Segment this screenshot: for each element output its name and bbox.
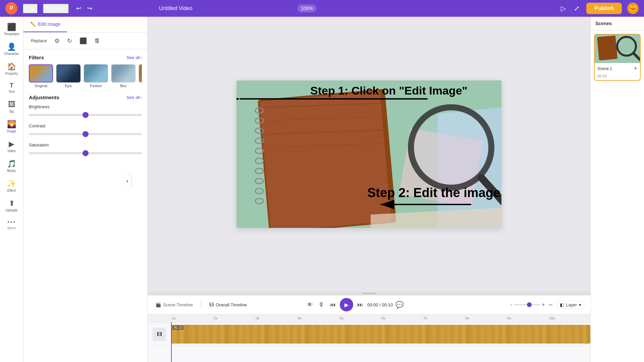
sidebar-item-text[interactable]: T Text: [0, 79, 23, 96]
sidebar-item-effect[interactable]: ✨ Effect: [0, 177, 23, 195]
zoom-badge[interactable]: 109%: [298, 4, 316, 12]
text-icon: T: [10, 82, 13, 89]
zoom-out-button[interactable]: -: [511, 302, 512, 308]
scene-timeline-label: Scene Timeline: [163, 302, 193, 307]
track-label-icon: 🎞: [153, 327, 166, 341]
timeline-controls: 👁 🎙 ⏮ ▶ ⏭ 00:00 / 00:10 💬: [306, 298, 404, 311]
play-button[interactable]: ▶: [340, 298, 353, 311]
resize-handle[interactable]: [148, 292, 590, 295]
playhead[interactable]: [171, 322, 172, 362]
video-title: Untitled Video: [59, 5, 292, 11]
sidebar-item-uploads[interactable]: ⬆ Uploads: [0, 196, 23, 215]
adjustments-see-all[interactable]: See all ›: [126, 95, 142, 100]
property-icon: 🏠: [7, 62, 16, 71]
bg-label: Bg: [9, 110, 13, 113]
filter-blur[interactable]: Blur: [111, 64, 136, 88]
bg-icon: 🖼: [8, 100, 15, 109]
timeline-body: 1s 2s 3s 4s 5s 6s 7s 8s 9s 10s: [148, 314, 590, 362]
scene-timeline-icon: 🎬: [156, 302, 161, 307]
more-label[interactable]: More: [7, 226, 16, 230]
pencil-icon: ✏️: [30, 21, 36, 27]
image-toolbar: Replace ⚙ ↻ ⬛ 🗑: [23, 33, 147, 49]
fit-button[interactable]: ↔: [547, 301, 553, 308]
adjust-icon[interactable]: ⚙: [52, 36, 62, 46]
canvas-image[interactable]: Step 2: Edit the image Step 1: Click on …: [236, 80, 501, 228]
caption-button[interactable]: 💬: [395, 301, 404, 309]
scene-duration-1: 00:10: [595, 74, 640, 80]
image-icon: 🌄: [7, 120, 16, 129]
filter-label-blur: Blur: [120, 84, 127, 88]
filter-epic[interactable]: Epic: [56, 64, 80, 88]
ruler-mark-10s: 10s: [548, 316, 590, 320]
brightness-slider[interactable]: [29, 114, 142, 116]
scene-thumb-1: [595, 35, 640, 63]
video-track-row: 🎞 00:10: [148, 322, 590, 346]
filter-thumb-epic: [56, 64, 80, 82]
track-label-col: 🎞: [148, 327, 171, 341]
topbar: P File Tutorials ↩ ↪ Untitled Video 109%…: [0, 0, 644, 17]
sidebar-item-templates[interactable]: ⬛ Templates: [0, 20, 23, 39]
saturation-label: Saturation: [29, 142, 142, 147]
sidebar-item-video[interactable]: ▶ Video: [0, 137, 23, 156]
skip-forward-button[interactable]: ⏭: [356, 300, 365, 310]
rotate-icon[interactable]: ↻: [65, 36, 74, 46]
tab-scene-timeline[interactable]: 🎬 Scene Timeline: [153, 301, 196, 309]
zoom-controls: - +: [511, 302, 545, 308]
filter-s[interactable]: S: [139, 64, 142, 88]
filter-festive[interactable]: Festive: [84, 64, 108, 88]
layer-icon: ◧: [560, 302, 564, 307]
share-icon[interactable]: ⤢: [573, 3, 581, 14]
scenes-header: Scenes: [591, 17, 644, 31]
music-label: Music: [7, 169, 16, 173]
ruler-marks: 1s 2s 3s 4s 5s 6s 7s 8s 9s 10s: [171, 316, 590, 320]
zoom-thumb[interactable]: [527, 302, 532, 307]
filters-see-all[interactable]: See all ›: [126, 55, 142, 60]
filters-title: Filters: [29, 55, 44, 60]
svg-point-21: [415, 111, 487, 184]
replace-button[interactable]: Replace: [29, 37, 49, 45]
file-menu[interactable]: File: [23, 4, 38, 13]
flip-icon[interactable]: ⬛: [77, 36, 89, 46]
contrast-row: Contrast: [29, 123, 142, 136]
more-dots[interactable]: •••: [7, 219, 16, 226]
collapse-panel-handle[interactable]: ‹: [124, 174, 131, 188]
brightness-label: Brightness: [29, 104, 142, 109]
publish-button[interactable]: Publish: [586, 3, 622, 14]
video-track-bar[interactable]: 00:10: [171, 325, 590, 344]
sidebar-item-bg[interactable]: 🖼 Bg: [0, 98, 23, 116]
zoom-in-button[interactable]: +: [542, 302, 545, 308]
saturation-slider[interactable]: [29, 152, 142, 154]
user-avatar[interactable]: 🐱: [627, 3, 639, 14]
tab-edit-image-label: Edit Image: [38, 21, 60, 27]
templates-icon: ⬛: [7, 23, 16, 32]
play-preview-icon[interactable]: ▷: [559, 3, 567, 14]
timeline-ruler: 1s 2s 3s 4s 5s 6s 7s 8s 9s 10s: [148, 314, 590, 322]
sidebar-item-image[interactable]: 🌄 Image: [0, 117, 23, 136]
timeline-content: 1s 2s 3s 4s 5s 6s 7s 8s 9s 10s: [148, 314, 590, 362]
delete-icon[interactable]: 🗑: [92, 36, 102, 46]
character-label: Character: [4, 52, 19, 56]
tab-overall-timeline[interactable]: 🎞 Overall Timeline: [207, 301, 250, 309]
character-icon: 👤: [7, 43, 16, 51]
scene-add-button[interactable]: +: [634, 65, 637, 72]
filter-grid: Original Epic Festive Blur S: [29, 64, 142, 88]
sidebar-item-character[interactable]: 👤 Character: [0, 40, 23, 58]
zoom-track: [514, 304, 540, 305]
contrast-slider[interactable]: [29, 133, 142, 135]
ruler-mark-8s: 8s: [465, 316, 506, 320]
mic-toggle[interactable]: 🎙: [317, 300, 326, 310]
scene-item-1[interactable]: Scene 1 + 00:10: [594, 34, 641, 81]
visibility-toggle[interactable]: 👁: [306, 300, 314, 310]
skip-back-button[interactable]: ⏮: [328, 300, 337, 310]
ruler-mark-2s: 2s: [213, 316, 255, 320]
layer-button[interactable]: ◧ Layer ▾: [556, 301, 585, 309]
video-track-content[interactable]: 00:10: [171, 324, 590, 344]
tab-edit-image[interactable]: ✏️ Edit Image: [23, 17, 67, 32]
ruler-mark-4s: 4s: [297, 316, 339, 320]
brightness-row: Brightness: [29, 104, 142, 117]
timeline-time: 00:00 / 00:10: [367, 302, 393, 307]
sidebar-item-music[interactable]: 🎵 Music: [0, 157, 23, 175]
sidebar-item-property[interactable]: 🏠 Property: [0, 60, 23, 78]
filter-original[interactable]: Original: [29, 64, 53, 88]
adjustments-title: Adjustments: [29, 95, 59, 100]
